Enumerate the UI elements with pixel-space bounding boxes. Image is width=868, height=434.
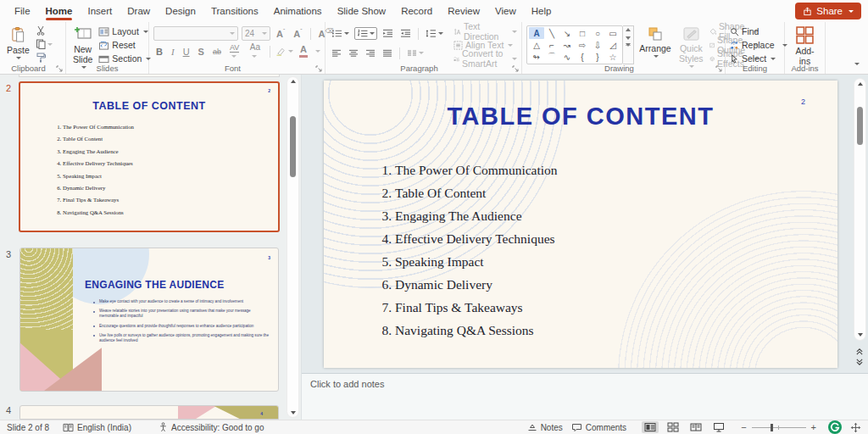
toc-item[interactable]: The Power Of Communication [395, 159, 558, 181]
thumbnail-slide-2[interactable]: 2 TABLE OF CONTENT The Power Of Communic… [19, 81, 280, 232]
font-dialog-launcher-icon[interactable] [315, 65, 322, 72]
strikethrough-button[interactable]: ab [210, 47, 224, 57]
editor-scrollbar[interactable] [854, 78, 866, 341]
slideshow-view-button[interactable] [710, 421, 727, 433]
toc-item[interactable]: Engaging The Audience [395, 204, 558, 227]
slide-title[interactable]: TABLE OF CONTENT [324, 103, 837, 131]
editor-scrollbar-thumb[interactable] [857, 107, 863, 145]
thumbnail-scroll-down-icon[interactable] [291, 411, 296, 415]
underline-button[interactable]: U [181, 46, 192, 58]
slide-indicator[interactable]: Slide 2 of 8 [7, 423, 49, 432]
thumbnail-scroll-up-icon[interactable] [291, 80, 296, 83]
columns-button[interactable] [405, 48, 426, 58]
shape-right-arrow[interactable]: ⇨ [575, 39, 590, 51]
increase-indent-button[interactable] [398, 28, 413, 39]
reading-view-button[interactable] [687, 421, 704, 433]
notes-panel[interactable]: Click to add notes [302, 373, 868, 420]
thumbnail-scrollbar-thumb[interactable] [290, 116, 296, 177]
shape-elbow[interactable]: ⌐ [544, 39, 559, 51]
toc-item[interactable]: Final Tips & Takeaways [395, 296, 558, 319]
editor-scroll-down-icon[interactable] [858, 333, 863, 337]
toc-item[interactable]: Table Of Content [395, 181, 558, 204]
menu-design[interactable]: Design [158, 2, 203, 21]
paste-button[interactable]: Paste [4, 25, 32, 60]
font-color-button[interactable]: A [297, 44, 310, 58]
shape-oval[interactable]: ○ [590, 27, 605, 39]
collapse-ribbon-icon[interactable] [854, 63, 860, 65]
next-slide-button[interactable] [855, 359, 864, 366]
addins-button[interactable]: Add-ins [789, 25, 821, 67]
change-case-button[interactable]: Aa [248, 42, 264, 62]
notes-toggle[interactable]: Notes [527, 423, 563, 432]
decrease-indent-button[interactable] [381, 28, 395, 39]
shape-down-arrow[interactable]: ⇩ [590, 39, 605, 51]
shape-line[interactable]: ╲ [544, 27, 559, 39]
menu-slideshow[interactable]: Slide Show [330, 2, 394, 21]
shape-star[interactable]: ☆ [605, 51, 620, 63]
copy-button[interactable] [36, 39, 53, 49]
paragraph-dialog-launcher-icon[interactable] [512, 65, 519, 72]
menu-transitions[interactable]: Transitions [203, 2, 266, 21]
font-name-combobox[interactable] [153, 26, 238, 41]
shape-left-brace[interactable]: { [575, 51, 590, 63]
notes-placeholder[interactable]: Click to add notes [310, 379, 384, 389]
menu-record[interactable]: Record [393, 2, 440, 21]
clipboard-dialog-launcher-icon[interactable] [56, 65, 63, 72]
fit-slide-to-window-icon[interactable] [850, 422, 861, 433]
spell-check-item[interactable]: English (India) [63, 423, 131, 432]
editor-scroll-up-icon[interactable] [858, 82, 863, 86]
slide-2-canvas[interactable]: 2 TABLE OF CONTENT The Power Of Communic… [324, 81, 837, 368]
share-button[interactable]: Share [795, 3, 861, 19]
zoom-slider-thumb[interactable] [771, 424, 773, 431]
shadow-button[interactable]: S [196, 46, 207, 58]
shapes-more-icon[interactable] [626, 45, 631, 62]
grow-font-button[interactable]: Aˆ [274, 27, 287, 40]
comments-toggle[interactable]: Comments [571, 423, 626, 432]
menu-insert[interactable]: Insert [80, 2, 120, 21]
thumbnail-scrollbar[interactable] [287, 76, 299, 418]
shape-right-brace[interactable]: } [590, 51, 605, 63]
shape-arc[interactable]: ⌒ [544, 51, 559, 63]
toc-item[interactable]: Speaking Impact [395, 250, 558, 273]
zoom-in-button[interactable]: + [811, 422, 816, 432]
normal-view-button[interactable] [642, 421, 659, 433]
menu-draw[interactable]: Draw [120, 2, 158, 21]
shape-arrow[interactable]: ↘ [559, 27, 575, 39]
section-button[interactable]: Section [98, 53, 151, 64]
reset-button[interactable]: Reset [98, 39, 151, 51]
shrink-font-button[interactable]: Aˇ [291, 27, 304, 40]
menu-animations[interactable]: Animations [266, 2, 330, 21]
align-left-button[interactable] [330, 48, 343, 58]
shape-scribble[interactable]: ↬ [529, 51, 544, 63]
menu-file[interactable]: File [7, 2, 38, 21]
replace-button[interactable]: Replace [730, 39, 787, 51]
accessibility-item[interactable]: Accessibility: Good to go [159, 422, 264, 432]
slide-toc-list[interactable]: The Power Of Communication Table Of Cont… [376, 159, 558, 342]
select-button[interactable]: Select [730, 53, 787, 64]
slide-sorter-view-button[interactable] [665, 421, 682, 433]
format-painter-button[interactable] [36, 53, 53, 63]
zoom-out-button[interactable]: − [741, 422, 746, 432]
quick-styles-button[interactable]: Quick Styles [676, 25, 706, 69]
find-button[interactable]: Find [730, 25, 787, 37]
shapes-scroll-up-icon[interactable] [626, 28, 631, 31]
highlight-button[interactable] [275, 47, 293, 56]
bullets-button[interactable] [330, 28, 351, 39]
thumbnail-slide-3[interactable]: 3 ENGAGING THE AUDIENCE Make eye contact… [19, 248, 279, 392]
font-color-caret-icon[interactable] [315, 50, 320, 53]
cut-button[interactable] [36, 25, 53, 36]
align-center-button[interactable] [347, 48, 360, 58]
shape-curve-connector[interactable]: ↝ [559, 39, 575, 51]
shapes-scroll-down-icon[interactable] [626, 36, 631, 40]
shape-triangle[interactable]: △ [529, 39, 544, 51]
bold-button[interactable]: B [153, 46, 165, 58]
layout-button[interactable]: Layout [98, 25, 151, 37]
text-direction-button[interactable]: Text Direction [453, 25, 517, 37]
numbering-button[interactable] [354, 27, 377, 40]
toc-item[interactable]: Dynamic Delivery [395, 273, 558, 296]
grammarly-icon[interactable] [828, 420, 842, 434]
shapes-gallery[interactable]: A ╲ ↘ □ ○ ▭ △ ⌐ ↝ ⇨ ⇩ ◿ ↬ ⌒ ∿ { } ☆ [526, 25, 623, 64]
convert-to-smartart-button[interactable]: Convert to SmartArt [453, 53, 517, 64]
shape-rectangle[interactable]: □ [575, 27, 590, 39]
font-size-combobox[interactable]: 24 [242, 26, 270, 41]
